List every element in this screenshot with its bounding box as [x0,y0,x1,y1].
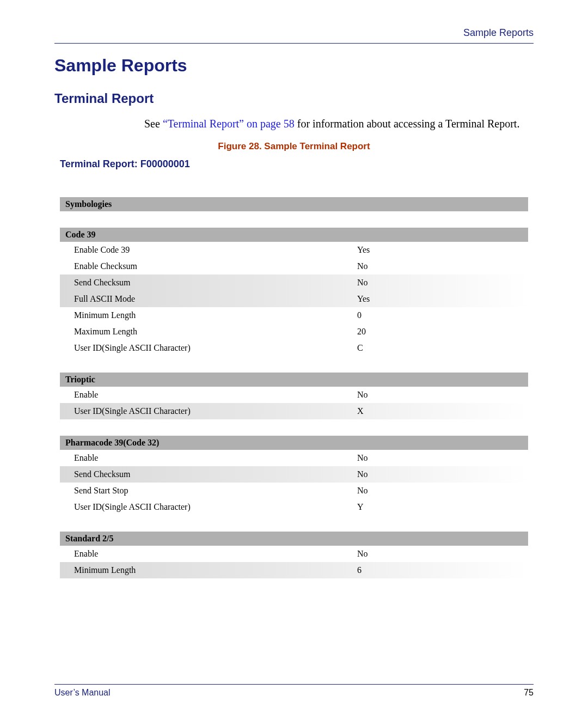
row-value: C [357,343,422,353]
table-row: Enable No [60,450,528,466]
row-value: No [357,261,422,271]
page-footer: User’s Manual 75 [54,684,534,698]
table-row: Enable No [60,546,528,562]
intro-suffix: for information about accessing a Termin… [295,118,520,130]
table-row: Minimum Length 0 [60,307,528,324]
section-header-symbologies: Symbologies [60,197,528,211]
row-label: Minimum Length [74,565,357,575]
page-title: Sample Reports [54,56,534,76]
table-row: User ID(Single ASCII Character) C [60,340,528,356]
row-value: No [357,453,422,463]
row-label: User ID(Single ASCII Character) [74,502,357,512]
row-label: Enable [74,390,357,400]
footer-manual-label: User’s Manual [54,688,111,698]
row-value: X [357,406,422,416]
table-row: User ID(Single ASCII Character) X [60,403,528,419]
section-header-pharmacode: Pharmacode 39(Code 32) [60,436,528,450]
top-rule [54,43,534,44]
section-trioptic: Trioptic Enable No User ID(Single ASCII … [60,373,528,419]
row-label: Minimum Length [74,310,357,320]
section-header-standard25: Standard 2/5 [60,532,528,546]
row-label: Enable [74,453,357,463]
running-head: Sample Reports [54,27,534,39]
section-header-code39: Code 39 [60,228,528,242]
row-label: User ID(Single ASCII Character) [74,406,357,416]
row-label: Send Checksum [74,469,357,479]
row-value: No [357,390,422,400]
row-value: 20 [357,327,422,337]
row-label: Send Start Stop [74,486,357,496]
row-value: No [357,486,422,496]
row-value: 0 [357,310,422,320]
footer-page-number: 75 [524,688,534,698]
table-row: Send Checksum No [60,274,528,291]
section-subtitle: Terminal Report [54,91,534,106]
table-row: Send Start Stop No [60,483,528,499]
table-row: Maximum Length 20 [60,324,528,340]
row-label: Maximum Length [74,327,357,337]
row-value: 6 [357,565,422,575]
row-value: No [357,549,422,559]
table-row: Send Checksum No [60,466,528,483]
figure-caption: Figure 28. Sample Terminal Report [54,141,534,152]
intro-paragraph: See “Terminal Report” on page 58 for inf… [54,116,534,131]
table-row: Full ASCII Mode Yes [60,291,528,307]
report-title: Terminal Report: F00000001 [60,158,534,170]
table-row: Minimum Length 6 [60,562,528,578]
table-row: Enable Code 39 Yes [60,242,528,258]
table-row: Enable No [60,387,528,403]
section-header-trioptic: Trioptic [60,373,528,387]
row-label: User ID(Single ASCII Character) [74,343,357,353]
row-label: Enable Checksum [74,261,357,271]
section-standard25: Standard 2/5 Enable No Minimum Length 6 [60,532,528,578]
row-value: Y [357,502,422,512]
row-value: Yes [357,245,422,255]
intro-link[interactable]: “Terminal Report” on page 58 [163,118,295,130]
footer-rule [54,684,534,685]
row-label: Full ASCII Mode [74,294,357,304]
section-pharmacode: Pharmacode 39(Code 32) Enable No Send Ch… [60,436,528,515]
intro-prefix: See [144,118,163,130]
table-row: Enable Checksum No [60,258,528,274]
section-code39: Code 39 Enable Code 39 Yes Enable Checks… [60,228,528,356]
section-symbologies: Symbologies [60,197,528,211]
row-label: Enable [74,549,357,559]
table-row: User ID(Single ASCII Character) Y [60,499,528,515]
row-value: Yes [357,294,422,304]
row-value: No [357,469,422,479]
row-label: Enable Code 39 [74,245,357,255]
row-value: No [357,278,422,288]
row-label: Send Checksum [74,278,357,288]
